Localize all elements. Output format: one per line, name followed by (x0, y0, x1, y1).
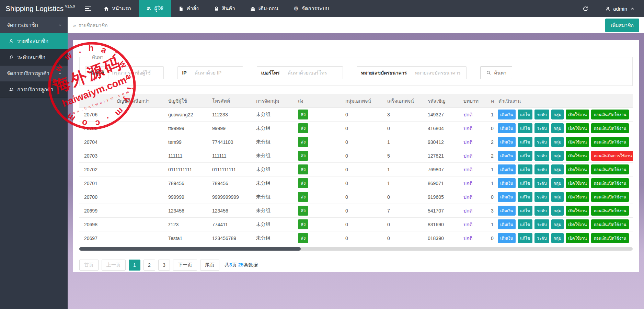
first-page-button[interactable]: 首页 (79, 260, 99, 271)
group-button[interactable]: กลุ่ม (551, 233, 564, 243)
level-button[interactable]: ระดับ (534, 164, 549, 174)
level-button[interactable]: ระดับ (534, 123, 549, 133)
group-button[interactable]: กลุ่ม (551, 219, 564, 229)
send-button[interactable]: ส่ง (298, 233, 308, 243)
send-button[interactable]: ส่ง (298, 178, 308, 188)
sidebar-section-customer-service-management[interactable]: จัดการบริการลูกค้า (0, 66, 68, 82)
send-button[interactable]: ส่ง (298, 164, 308, 174)
group-button[interactable]: กลุ่ม (551, 110, 564, 119)
group-button[interactable]: กลุ่ม (551, 151, 564, 161)
enable-button[interactable]: เปิดใช้งาน (566, 206, 589, 216)
group-button[interactable]: กลุ่ม (551, 164, 564, 174)
group-button[interactable]: กลุ่ม (551, 178, 564, 188)
deposit-button[interactable]: เติมเงิน (498, 192, 516, 202)
send-button[interactable]: ส่ง (298, 137, 308, 147)
sidebar-section-member-management[interactable]: จัดการสมาชิก (0, 17, 68, 33)
sidebar-item-member-list[interactable]: รายชื่อสมาชิก (0, 33, 68, 49)
page-button-3[interactable]: 3 (158, 260, 170, 271)
deposit-button[interactable]: เติมเงิน (498, 164, 516, 174)
group-button[interactable]: กลุ่ม (551, 206, 564, 216)
enable-button[interactable]: เปิดใช้งาน (566, 123, 589, 133)
edit-button[interactable]: แก้ไข (518, 123, 532, 133)
enable-button[interactable]: เปิดใช้งาน (566, 137, 589, 147)
group-button[interactable]: กลุ่ม (551, 137, 564, 147)
level-button[interactable]: ระดับ (534, 178, 549, 188)
withdraw-toggle-button[interactable]: ถอนเงินเปิดใช้งาน (591, 192, 629, 202)
sidebar-item-member-level[interactable]: ระดับสมาชิก (0, 49, 68, 66)
enable-button[interactable]: เปิดใช้งาน (566, 233, 589, 243)
prev-page-button[interactable]: 上一页 (102, 260, 126, 271)
group-button[interactable]: กลุ่ม (551, 192, 564, 202)
withdraw-toggle-button[interactable]: ถอนเงินเปิดใช้งาน (591, 233, 629, 243)
enable-button[interactable]: เปิดใช้งาน (566, 164, 589, 174)
bank-card-input[interactable] (411, 67, 466, 79)
page-button-2[interactable]: 2 (143, 260, 155, 271)
send-button[interactable]: ส่ง (298, 151, 308, 161)
nav-item-users[interactable]: ผู้ใช้ (139, 0, 171, 17)
withdraw-toggle-button[interactable]: ถอนเงินเปิดใช้งาน (591, 219, 629, 229)
refresh-icon[interactable] (575, 0, 596, 17)
enable-button[interactable]: เปิดใช้งาน (566, 151, 589, 161)
withdraw-toggle-button[interactable]: ถอนเงินเปิดใช้งาน (591, 164, 629, 174)
file-icon (179, 6, 184, 11)
send-button[interactable]: ส่ง (298, 192, 308, 202)
level-button[interactable]: ระดับ (534, 137, 549, 147)
level-button[interactable]: ระดับ (534, 192, 549, 202)
next-page-button[interactable]: 下一页 (173, 260, 197, 271)
admin-user-menu[interactable]: admin (596, 0, 644, 17)
group-button[interactable]: กลุ่ม (551, 123, 564, 133)
level-button[interactable]: ระดับ (534, 206, 549, 216)
edit-button[interactable]: แก้ไข (518, 164, 532, 174)
level-button[interactable]: ระดับ (534, 110, 549, 119)
send-button[interactable]: ส่ง (298, 123, 308, 133)
withdraw-toggle-button[interactable]: ถอนเงินเปิดใช้งาน (591, 137, 629, 147)
phone-input[interactable] (284, 67, 343, 79)
page-button-1[interactable]: 1 (129, 260, 140, 271)
withdraw-toggle-button[interactable]: ถอนเงินเปิดใช้งาน (591, 123, 629, 133)
ip-input[interactable] (191, 67, 243, 79)
enable-button[interactable]: เปิดใช้งาน (566, 219, 589, 229)
send-button[interactable]: ส่ง (298, 219, 308, 229)
edit-button[interactable]: แก้ไข (518, 178, 532, 188)
nav-item-products[interactable]: สินค้า (206, 0, 243, 17)
withdraw-toggle-button[interactable]: ถอนเงินเปิดใช้งาน (591, 206, 629, 216)
sidebar-item-customer-service[interactable]: การบริการลูกค้า (0, 82, 68, 98)
scrollbar-thumb[interactable] (79, 247, 301, 251)
enable-button[interactable]: เปิดใช้งาน (566, 110, 589, 119)
deposit-button[interactable]: เติมเงิน (498, 151, 516, 161)
deposit-button[interactable]: เติมเงิน (498, 137, 516, 147)
add-member-button[interactable]: เพิ่มสมาชิก (605, 19, 639, 32)
deposit-button[interactable]: เติมเงิน (498, 206, 516, 216)
withdraw-toggle-button[interactable]: ถอนเงินเปิดใช้งาน (591, 178, 629, 188)
deposit-button[interactable]: เติมเงิน (498, 123, 516, 133)
nav-item-system[interactable]: ⚙ จัดการระบบ (286, 0, 337, 17)
sidebar-section-label: จัดการสมาชิก (7, 21, 38, 29)
edit-button[interactable]: แก้ไข (518, 233, 532, 243)
deposit-button[interactable]: เติมเงิน (498, 233, 516, 243)
username-input[interactable] (108, 67, 163, 79)
edit-button[interactable]: แก้ไข (518, 151, 532, 161)
deposit-button[interactable]: เติมเงิน (498, 219, 516, 229)
withdraw-toggle-button[interactable]: ถอนเงินเปิดใช้งาน (591, 110, 629, 119)
edit-button[interactable]: แก้ไข (518, 137, 532, 147)
menu-toggle-icon[interactable] (80, 0, 96, 17)
nav-item-home[interactable]: หน้าแรก (96, 0, 138, 17)
level-button[interactable]: ระดับ (534, 233, 549, 243)
level-button[interactable]: ระดับ (534, 219, 549, 229)
deposit-button[interactable]: เติมเงิน (498, 110, 516, 119)
deposit-button[interactable]: เติมเงิน (498, 178, 516, 188)
nav-item-orders[interactable]: คำสั่ง (171, 0, 206, 17)
search-button[interactable]: ค้นหา (480, 66, 512, 79)
withdraw-toggle-button[interactable]: ถอนเงินปิดการใช้งาน (591, 151, 633, 161)
level-button[interactable]: ระดับ (534, 151, 549, 161)
edit-button[interactable]: แก้ไข (518, 192, 532, 202)
enable-button[interactable]: เปิดใช้งาน (566, 178, 589, 188)
nav-item-deposit-withdraw[interactable]: เติม-ถอน (243, 0, 286, 17)
send-button[interactable]: ส่ง (298, 110, 308, 119)
send-button[interactable]: ส่ง (298, 206, 308, 216)
last-page-button[interactable]: 尾页 (200, 260, 219, 271)
edit-button[interactable]: แก้ไข (518, 110, 532, 119)
enable-button[interactable]: เปิดใช้งาน (566, 192, 589, 202)
edit-button[interactable]: แก้ไข (518, 219, 532, 229)
edit-button[interactable]: แก้ไข (518, 206, 532, 216)
